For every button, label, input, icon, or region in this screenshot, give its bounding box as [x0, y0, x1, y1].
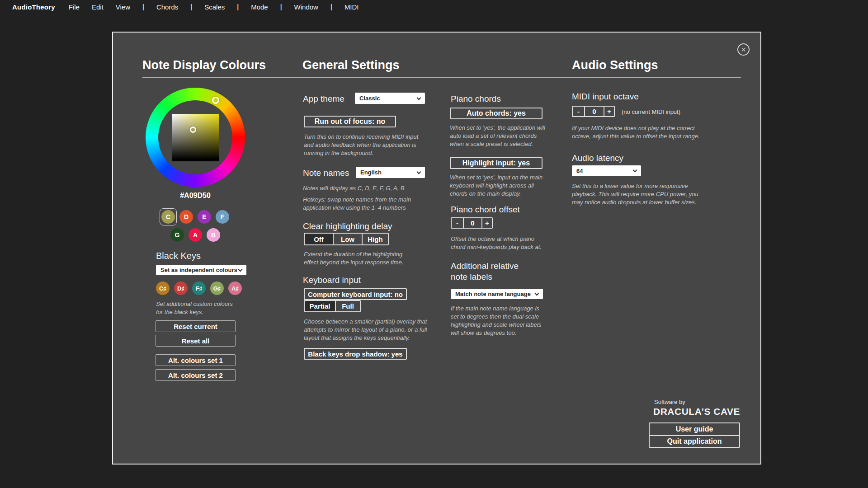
- note-swatch-f-sharp[interactable]: F♯: [192, 282, 206, 295]
- midi-octave-stepper: - 0 +: [572, 106, 615, 117]
- menu-item-scales[interactable]: Scales: [204, 3, 225, 11]
- menu-item-view[interactable]: View: [116, 3, 130, 11]
- chevron-down-icon: [417, 95, 421, 100]
- menu-item-window[interactable]: Window: [294, 3, 318, 11]
- black-keys-title: Black Keys: [156, 250, 201, 262]
- audio-latency-select[interactable]: 64: [572, 165, 641, 176]
- app-theme-label: App theme: [303, 94, 344, 104]
- note-names-select[interactable]: English: [356, 167, 425, 178]
- hex-value: #A09D50: [146, 192, 245, 200]
- highlight-input-toggle[interactable]: Highlight input: yes: [450, 157, 542, 169]
- software-by-label: Software by: [654, 399, 685, 405]
- chevron-down-icon: [238, 267, 243, 272]
- menu-separator: |: [237, 3, 239, 10]
- black-keys-mode-value: Set as independent colours: [160, 267, 237, 273]
- black-keys-drop-shadow-toggle[interactable]: Black keys drop shadow: yes: [304, 348, 407, 360]
- relative-labels-title: Additional relative note labels: [451, 261, 519, 282]
- reset-all-button[interactable]: Reset all: [156, 335, 236, 347]
- menu-item-mode[interactable]: Mode: [251, 3, 268, 11]
- note-swatch-c-sharp[interactable]: C♯: [156, 282, 170, 295]
- app-theme-value: Classic: [359, 95, 380, 102]
- note-swatch-a-sharp[interactable]: A♯: [228, 282, 242, 295]
- alt-colours-set-2-button[interactable]: Alt. colours set 2: [156, 369, 236, 381]
- audio-latency-title: Audio latency: [572, 153, 623, 164]
- app-theme-select[interactable]: Classic: [355, 93, 425, 104]
- run-out-of-focus-toggle[interactable]: Run out of focus: no: [304, 116, 396, 127]
- relative-labels-caption: If the main note name language is set to…: [451, 305, 541, 337]
- note-swatch-g[interactable]: G: [169, 226, 186, 244]
- relative-labels-select[interactable]: Match note name language: [451, 289, 543, 299]
- midi-octave-increment-button[interactable]: +: [604, 107, 614, 116]
- note-display-title: Note Display Colours: [142, 59, 266, 71]
- offset-value: 0: [463, 218, 481, 228]
- midi-input-octave-title: MIDI input octave: [572, 91, 639, 102]
- audio-latency-value: 64: [576, 168, 583, 174]
- note-names-display-caption: Notes will display as C, D, E, F, G, A, …: [303, 184, 405, 192]
- note-swatch-d-sharp[interactable]: D♯: [174, 282, 188, 295]
- note-swatch-f[interactable]: F: [214, 208, 231, 225]
- note-circle-d: D: [179, 210, 193, 224]
- reset-current-button[interactable]: Reset current: [156, 320, 236, 332]
- user-guide-button[interactable]: User guide: [650, 423, 739, 435]
- note-swatch-e[interactable]: E: [196, 208, 213, 225]
- auto-chords-caption: When set to 'yes', the application will …: [450, 124, 545, 148]
- note-names-hotkeys-caption: Hotkeys: swap note names from the main a…: [303, 196, 411, 212]
- app-brand: AudioTheory: [12, 3, 55, 11]
- menu-separator: |: [142, 3, 144, 10]
- note-circle-b: B: [207, 228, 220, 242]
- close-button[interactable]: ×: [737, 43, 750, 56]
- keyboard-full-button[interactable]: Full: [335, 301, 360, 311]
- midi-octave-decrement-button[interactable]: -: [573, 107, 584, 116]
- menu-item-midi[interactable]: MIDI: [344, 3, 359, 11]
- piano-chords-title: Piano chords: [451, 94, 501, 104]
- clear-delay-segmented: Off Low High: [304, 233, 389, 245]
- run-out-of-focus-caption: Turn this on to continue receiving MIDI …: [304, 133, 418, 157]
- menu-separator: |: [330, 3, 332, 10]
- midi-input-status: (no current MIDI input): [622, 108, 680, 115]
- note-swatch-a[interactable]: A: [187, 226, 204, 244]
- black-key-swatch-row: C♯ D♯ F♯ G♯ A♯: [156, 282, 242, 295]
- footer-button-group: User guide Quit application: [649, 422, 740, 448]
- note-circle-e: E: [198, 210, 211, 224]
- keyboard-layout-segmented: Partial Full: [304, 300, 361, 312]
- menu-item-chords[interactable]: Chords: [156, 3, 178, 11]
- offset-decrement-button[interactable]: -: [452, 218, 463, 228]
- saturation-value-square[interactable]: [172, 114, 219, 161]
- black-keys-mode-select[interactable]: Set as independent colours: [156, 265, 246, 275]
- keyboard-input-title: Keyboard input: [303, 275, 361, 286]
- menu-item-file[interactable]: File: [69, 3, 80, 11]
- keyboard-partial-button[interactable]: Partial: [305, 301, 335, 311]
- header-rule: [142, 77, 741, 78]
- menu-item-edit[interactable]: Edit: [92, 3, 104, 11]
- note-swatch-b[interactable]: B: [205, 226, 222, 244]
- note-swatch-c[interactable]: C: [160, 208, 177, 225]
- alt-colours-set-1-button[interactable]: Alt. colours set 1: [156, 354, 236, 366]
- hue-selector[interactable]: [212, 97, 219, 104]
- piano-chord-offset-caption: Offset the octave at which piano chord m…: [451, 235, 542, 251]
- clear-delay-title: Clear highlighting delay: [303, 221, 392, 232]
- general-settings-title: General Settings: [302, 59, 400, 71]
- clear-delay-off-button[interactable]: Off: [305, 234, 333, 244]
- clear-delay-low-button[interactable]: Low: [333, 234, 362, 244]
- midi-octave-caption: Iif your MIDI device does not play at th…: [572, 124, 700, 141]
- clear-delay-caption: Extend the duration of the highlighting …: [304, 250, 403, 267]
- note-swatch-g-sharp[interactable]: G♯: [210, 282, 224, 295]
- audio-latency-caption: Set this to a lower value for more respo…: [572, 182, 698, 206]
- auto-chords-toggle[interactable]: Auto chords: yes: [450, 108, 542, 119]
- settings-dialog: × Note Display Colours General Settings …: [112, 32, 761, 465]
- note-names-label: Note names: [303, 168, 349, 178]
- offset-increment-button[interactable]: +: [481, 218, 492, 228]
- menu-separator: |: [190, 3, 192, 10]
- quit-application-button[interactable]: Quit application: [650, 435, 739, 447]
- note-circle-c: C: [161, 210, 175, 224]
- note-swatch-d[interactable]: D: [178, 208, 195, 225]
- piano-chord-offset-stepper: - 0 +: [451, 217, 493, 229]
- menu-separator: |: [280, 3, 282, 10]
- clear-delay-high-button[interactable]: High: [362, 234, 388, 244]
- menu-bar: AudioTheory File Edit View | Chords | Sc…: [0, 0, 868, 14]
- close-icon: ×: [741, 46, 746, 54]
- relative-labels-value: Match note name language: [455, 291, 531, 297]
- midi-octave-value: 0: [584, 107, 604, 116]
- computer-keyboard-input-toggle[interactable]: Computer keyboard input: no: [304, 288, 407, 300]
- sv-selector[interactable]: [190, 127, 196, 133]
